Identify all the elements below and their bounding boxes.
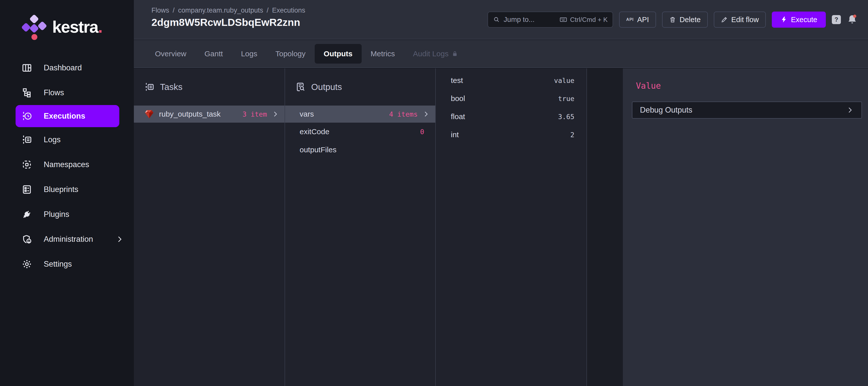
help-button[interactable]: ? <box>832 15 841 24</box>
detail-row-int[interactable]: int 2 <box>436 126 586 144</box>
sidebar-item-flows[interactable]: Flows <box>0 80 134 105</box>
output-key: vars <box>300 110 314 118</box>
logs-icon <box>22 135 32 145</box>
api-button[interactable]: API API <box>619 11 656 28</box>
detail-key: bool <box>451 94 465 103</box>
file-search-icon <box>296 82 306 92</box>
breadcrumb-executions[interactable]: Executions <box>272 6 305 14</box>
kestra-logo-icon <box>19 12 48 42</box>
breadcrumb-flows[interactable]: Flows <box>151 6 169 14</box>
next-level-column <box>587 68 623 386</box>
plugins-icon <box>22 209 32 220</box>
breadcrumb-separator: / <box>173 6 175 14</box>
outputs-content: Tasks ruby_outputs_task 3 item <box>134 68 868 386</box>
value-panel-title: Value <box>636 81 661 91</box>
trash-icon <box>669 16 676 23</box>
sidebar-item-label: Flows <box>44 88 64 97</box>
detail-key: test <box>451 76 463 85</box>
sidebar-item-label: Namespaces <box>44 160 89 169</box>
tab-metrics[interactable]: Metrics <box>362 44 404 64</box>
sidebar-item-blueprints[interactable]: Blueprints <box>0 177 134 202</box>
namespaces-icon <box>22 159 32 170</box>
tab-gantt[interactable]: Gantt <box>195 44 232 64</box>
bell-icon <box>847 14 858 25</box>
notification-dot <box>853 14 857 18</box>
sidebar-item-administration[interactable]: Administration <box>0 227 134 251</box>
sidebar-item-label: Settings <box>44 260 72 269</box>
detail-row-bool[interactable]: bool true <box>436 89 586 108</box>
detail-value: true <box>558 95 575 102</box>
outputs-panel-title: Outputs <box>311 82 342 92</box>
edit-flow-button[interactable]: Edit flow <box>714 11 766 28</box>
search-icon <box>493 16 500 23</box>
header-actions: Ctrl/Cmd + K API API Delete Edit flow <box>488 11 858 28</box>
value-panel: Value Debug Outputs <box>623 68 868 386</box>
sidebar-item-label: Blueprints <box>44 185 79 194</box>
ruby-task-icon <box>144 109 154 119</box>
jump-to-input[interactable] <box>503 16 551 24</box>
delete-button-label: Delete <box>680 16 701 24</box>
breadcrumb-namespace[interactable]: company.team.ruby_outputs <box>178 6 263 14</box>
help-icon: ? <box>835 16 838 23</box>
sidebar-item-executions[interactable]: Executions <box>16 105 119 127</box>
brand-name: kestra. <box>52 17 102 36</box>
output-items-count: 4 items <box>389 110 418 118</box>
sidebar-item-label: Dashboard <box>44 63 82 72</box>
tasks-panel-header: Tasks <box>134 68 285 106</box>
chevron-right-icon <box>272 110 279 118</box>
top-header: Flows / company.team.ruby_outputs / Exec… <box>134 0 868 39</box>
sidebar-item-namespaces[interactable]: Namespaces <box>0 152 134 177</box>
notifications-button[interactable] <box>847 14 858 25</box>
lock-icon <box>452 51 458 57</box>
task-row-ruby-outputs-task[interactable]: ruby_outputs_task 3 item <box>134 106 285 123</box>
brand-dot: . <box>98 18 102 36</box>
sidebar-item-label: Executions <box>44 112 85 121</box>
sidebar-item-label: Plugins <box>44 210 69 219</box>
detail-row-test[interactable]: test value <box>436 71 586 89</box>
output-row-vars[interactable]: vars 4 items <box>285 106 435 123</box>
output-value: 0 <box>420 128 430 136</box>
sidebar-item-plugins[interactable]: Plugins <box>0 202 134 227</box>
api-button-label: API <box>637 16 649 24</box>
tab-audit-logs-label: Audit Logs <box>413 50 448 58</box>
output-key: exitCode <box>300 127 329 136</box>
output-row-outputfiles[interactable]: outputFiles <box>285 141 435 159</box>
keyboard-icon <box>560 16 567 23</box>
lightning-icon <box>780 16 787 23</box>
settings-icon <box>22 259 32 269</box>
chevron-right-icon <box>422 110 430 118</box>
tasks-icon <box>145 82 154 92</box>
output-row-exitcode[interactable]: exitCode 0 <box>285 123 435 141</box>
tab-logs[interactable]: Logs <box>232 44 266 64</box>
executions-icon <box>22 111 32 121</box>
kestra-app: kestra. Dashboard Flows Executio <box>0 0 868 386</box>
sidebar-item-settings[interactable]: Settings <box>0 251 134 276</box>
shortcut-label: Ctrl/Cmd + K <box>570 16 608 24</box>
jump-to-search[interactable]: Ctrl/Cmd + K <box>488 11 613 28</box>
chevron-right-icon <box>846 106 854 114</box>
detail-value: 3.65 <box>558 113 575 121</box>
api-icon: API <box>626 17 634 22</box>
output-key: outputFiles <box>300 146 337 154</box>
sidebar-item-dashboard[interactable]: Dashboard <box>0 55 134 80</box>
chevron-right-icon <box>115 235 124 243</box>
task-name: ruby_outputs_task <box>159 110 220 118</box>
flows-icon <box>22 87 32 98</box>
kestra-logo[interactable]: kestra. <box>19 12 102 42</box>
tasks-panel-title: Tasks <box>160 82 182 92</box>
task-items-count: 3 item <box>242 110 267 118</box>
execution-tabs: Overview Gantt Logs Topology Outputs Met… <box>134 40 868 68</box>
outputs-panel-header: Outputs <box>285 68 435 106</box>
delete-button[interactable]: Delete <box>662 11 708 28</box>
sidebar-item-label: Administration <box>44 235 93 244</box>
execute-button[interactable]: Execute <box>772 11 826 28</box>
detail-row-float[interactable]: float 3.65 <box>436 108 586 126</box>
detail-value: value <box>554 77 575 84</box>
tab-overview[interactable]: Overview <box>146 44 195 64</box>
blueprints-icon <box>22 184 32 195</box>
sidebar-item-logs[interactable]: Logs <box>0 127 134 152</box>
tab-outputs[interactable]: Outputs <box>315 44 362 64</box>
dashboard-icon <box>22 63 32 73</box>
debug-outputs-expander[interactable]: Debug Outputs <box>632 101 862 119</box>
tab-topology[interactable]: Topology <box>266 44 314 64</box>
